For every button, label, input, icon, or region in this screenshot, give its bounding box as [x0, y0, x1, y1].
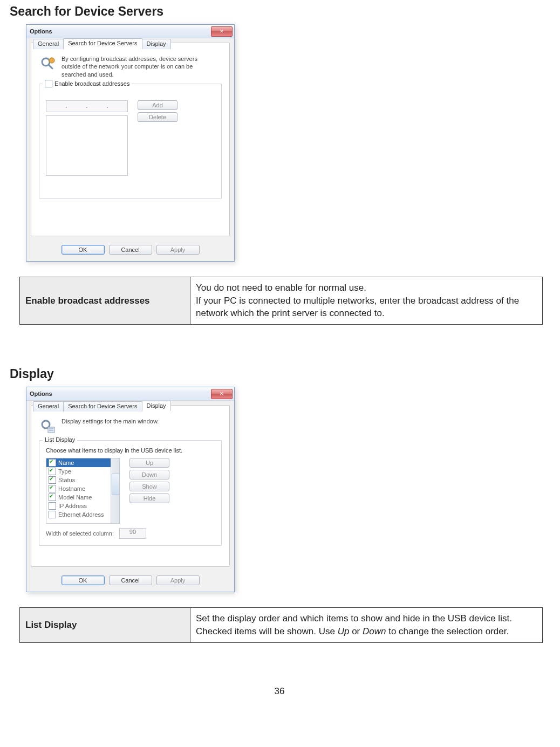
desc-line: If your PC is connected to multiple netw…	[196, 294, 537, 320]
svg-point-2	[49, 58, 54, 63]
close-icon: ✕	[220, 28, 224, 35]
list-item-label: Model Name	[58, 494, 92, 501]
cancel-button[interactable]: Cancel	[109, 245, 152, 255]
ok-button[interactable]: OK	[62, 245, 105, 255]
list-item-label: IP Address	[58, 503, 87, 509]
list-item[interactable]: Ethernet Address	[46, 510, 119, 519]
width-input[interactable]: 90	[119, 528, 146, 539]
groupbox-label: List Display	[45, 436, 75, 443]
list-item-checkbox[interactable]	[49, 511, 56, 518]
hide-button[interactable]: Hide	[129, 494, 169, 503]
display-settings-icon	[39, 417, 56, 435]
titlebar: Options ✕	[26, 25, 234, 38]
desc-segment: or	[349, 626, 363, 636]
cancel-button[interactable]: Cancel	[109, 575, 152, 585]
list-item-checkbox[interactable]	[49, 476, 56, 484]
apply-button[interactable]: Apply	[156, 245, 200, 255]
ip-dot: .	[65, 103, 67, 109]
ip-address-input[interactable]: . . .	[46, 100, 128, 112]
list-item-checkbox[interactable]	[49, 494, 56, 501]
show-button[interactable]: Show	[129, 482, 169, 491]
info-text: By configuring broadcast addresses, devi…	[62, 55, 202, 78]
section-heading-search: Search for Device Servers	[10, 4, 549, 19]
list-item[interactable]: Hostname	[46, 484, 119, 493]
list-item-label: Type	[58, 468, 71, 475]
desc-segment: to change the selection order.	[386, 626, 509, 636]
close-icon: ✕	[220, 390, 224, 398]
tab-pane: General Search for Device Servers Displa…	[31, 43, 230, 236]
apply-button[interactable]: Apply	[156, 575, 200, 585]
down-button[interactable]: Down	[129, 470, 169, 479]
list-item[interactable]: Name	[46, 458, 119, 467]
list-item-label: Name	[58, 460, 74, 466]
options-dialog-search: Options ✕ General Search for Device Serv…	[26, 24, 235, 262]
scrollbar-thumb[interactable]	[112, 474, 120, 495]
list-item-label: Ethernet Address	[58, 511, 104, 518]
broadcast-address-list[interactable]	[46, 115, 128, 176]
scrollbar[interactable]	[111, 458, 119, 523]
list-item-label: Hostname	[58, 485, 85, 492]
desc-text: You do not need to enable for normal use…	[190, 277, 543, 324]
close-button[interactable]: ✕	[211, 26, 233, 37]
section-heading-display: Display	[10, 367, 549, 381]
ip-dot: .	[86, 103, 88, 109]
enable-broadcast-checkbox[interactable]	[45, 80, 52, 87]
width-label: Width of selected column:	[46, 530, 114, 537]
tab-search[interactable]: Search for Device Servers	[63, 38, 142, 49]
magnifier-icon	[39, 55, 56, 72]
desc-italic-down: Down	[363, 626, 386, 636]
list-item[interactable]: Type	[46, 467, 119, 476]
list-item[interactable]: Model Name	[46, 493, 119, 502]
ok-button[interactable]: OK	[62, 575, 105, 585]
add-button[interactable]: Add	[138, 100, 177, 110]
titlebar: Options ✕	[26, 387, 234, 401]
desc-label: Enable broadcast addresses	[20, 277, 190, 324]
list-item-checkbox[interactable]	[49, 502, 56, 510]
tab-general[interactable]: General	[33, 39, 64, 49]
options-dialog-display: Options ✕ General Search for Device Serv…	[26, 387, 235, 592]
list-item-checkbox[interactable]	[49, 468, 56, 475]
column-list[interactable]: NameTypeStatusHostnameModel NameIP Addre…	[46, 458, 120, 524]
desc-italic-up: Up	[338, 626, 350, 636]
window-title: Options	[30, 390, 52, 397]
description-table-1: Enable broadcast addresses You do not ne…	[19, 277, 543, 325]
desc-text: Set the display order and which items to…	[190, 608, 543, 643]
window-title: Options	[30, 28, 52, 35]
broadcast-groupbox: Enable broadcast addresses . . . Add Del…	[39, 84, 222, 199]
tab-display[interactable]: Display	[142, 39, 171, 49]
tab-search[interactable]: Search for Device Servers	[63, 401, 142, 412]
desc-label: List Display	[20, 608, 190, 643]
up-button[interactable]: Up	[129, 458, 169, 468]
svg-rect-5	[48, 427, 54, 433]
ip-dot: .	[107, 103, 108, 109]
close-button[interactable]: ✕	[211, 389, 233, 399]
tab-display[interactable]: Display	[142, 401, 171, 411]
list-display-groupbox: List Display Choose what items to displa…	[39, 440, 222, 546]
list-item-label: Status	[58, 477, 75, 483]
info-text: Display settings for the main window.	[62, 417, 159, 425]
tab-pane: General Search for Device Servers Displa…	[31, 405, 230, 567]
desc-line: You do not need to enable for normal use…	[196, 282, 537, 294]
groupbox-subtext: Choose what items to display in the USB …	[46, 447, 215, 454]
groupbox-label: Enable broadcast addresses	[54, 80, 129, 87]
page-number: 36	[10, 686, 549, 697]
description-table-2: List Display Set the display order and w…	[19, 607, 543, 643]
list-item-checkbox[interactable]	[49, 485, 56, 492]
list-item-checkbox[interactable]	[49, 459, 56, 467]
svg-line-1	[49, 65, 52, 68]
delete-button[interactable]: Delete	[138, 112, 177, 122]
list-item[interactable]: Status	[46, 476, 119, 484]
tab-general[interactable]: General	[33, 401, 64, 412]
list-item[interactable]: IP Address	[46, 502, 119, 510]
